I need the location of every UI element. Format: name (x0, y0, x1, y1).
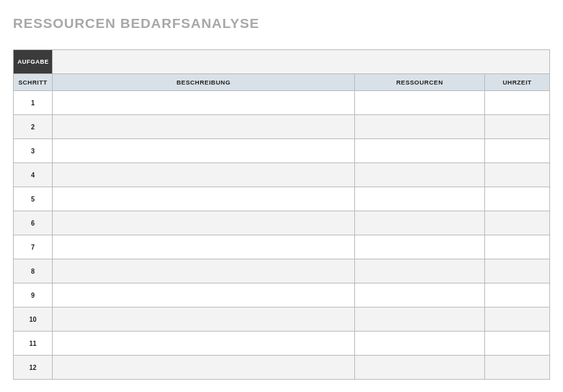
step-cell: 8 (14, 259, 53, 283)
ressourcen-cell (355, 139, 485, 163)
step-cell: 6 (14, 211, 53, 235)
uhrzeit-cell (485, 163, 550, 187)
step-cell: 5 (14, 187, 53, 211)
analysis-table: AUFGABE SCHRITT BESCHREIBUNG RESSOURCEN … (13, 49, 550, 380)
uhrzeit-cell (485, 115, 550, 139)
beschreibung-cell (53, 91, 355, 115)
col-schritt: SCHRITT (14, 74, 53, 91)
ressourcen-cell (355, 187, 485, 211)
table-row: 2 (14, 115, 550, 139)
step-cell: 4 (14, 163, 53, 187)
table-row: 10 (14, 307, 550, 332)
ressourcen-cell (355, 163, 485, 187)
step-cell: 3 (14, 139, 53, 163)
table-row: 12 (14, 356, 550, 380)
table-row: 4 (14, 163, 550, 187)
beschreibung-cell (53, 163, 355, 187)
beschreibung-cell (53, 332, 355, 356)
table-row: 3 (14, 139, 550, 163)
uhrzeit-cell (485, 235, 550, 259)
step-cell: 12 (14, 356, 53, 380)
step-cell: 9 (14, 283, 53, 307)
ressourcen-cell (355, 235, 485, 259)
uhrzeit-cell (485, 211, 550, 235)
ressourcen-cell (355, 283, 485, 307)
aufgabe-row: AUFGABE (14, 50, 550, 74)
col-beschreibung: BESCHREIBUNG (53, 74, 355, 91)
step-cell: 7 (14, 235, 53, 259)
ressourcen-cell (355, 356, 485, 380)
ressourcen-cell (355, 91, 485, 115)
table-row: 1 (14, 91, 550, 115)
column-header-row: SCHRITT BESCHREIBUNG RESSOURCEN UHRZEIT (14, 74, 550, 91)
ressourcen-cell (355, 332, 485, 356)
table-row: 7 (14, 235, 550, 259)
table-row: 11 (14, 332, 550, 356)
aufgabe-value (53, 50, 550, 74)
uhrzeit-cell (485, 139, 550, 163)
ressourcen-cell (355, 211, 485, 235)
page-title: RESSOURCEN BEDARFSANALYSE (13, 16, 550, 31)
col-uhrzeit: UHRZEIT (485, 74, 550, 91)
ressourcen-cell (355, 259, 485, 283)
uhrzeit-cell (485, 91, 550, 115)
step-cell: 1 (14, 91, 53, 115)
beschreibung-cell (53, 115, 355, 139)
table-row: 9 (14, 283, 550, 307)
beschreibung-cell (53, 139, 355, 163)
uhrzeit-cell (485, 283, 550, 307)
uhrzeit-cell (485, 356, 550, 380)
table-row: 6 (14, 211, 550, 235)
beschreibung-cell (53, 356, 355, 380)
beschreibung-cell (53, 259, 355, 283)
aufgabe-label: AUFGABE (14, 50, 53, 74)
uhrzeit-cell (485, 332, 550, 356)
step-cell: 10 (14, 307, 53, 332)
beschreibung-cell (53, 211, 355, 235)
table-row: 5 (14, 187, 550, 211)
uhrzeit-cell (485, 187, 550, 211)
col-ressourcen: RESSOURCEN (355, 74, 485, 91)
beschreibung-cell (53, 235, 355, 259)
table-row: 8 (14, 259, 550, 283)
beschreibung-cell (53, 283, 355, 307)
step-cell: 11 (14, 332, 53, 356)
beschreibung-cell (53, 307, 355, 332)
uhrzeit-cell (485, 259, 550, 283)
ressourcen-cell (355, 307, 485, 332)
beschreibung-cell (53, 187, 355, 211)
step-cell: 2 (14, 115, 53, 139)
uhrzeit-cell (485, 307, 550, 332)
ressourcen-cell (355, 115, 485, 139)
